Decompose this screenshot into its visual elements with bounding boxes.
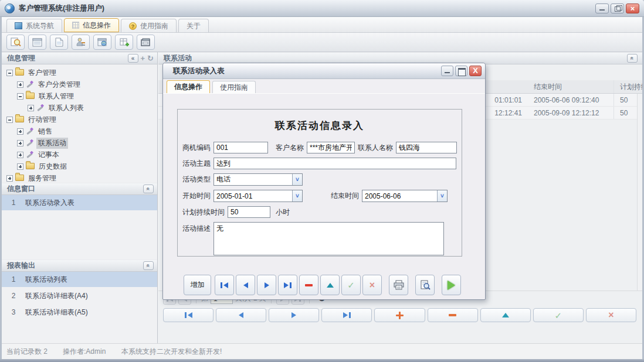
dialog-maximize-button[interactable] [455,66,467,76]
dialog-tab-user-guide[interactable]: 使用指南 [212,81,256,93]
close-button[interactable]: × [626,4,639,13]
nav-prev-button[interactable] [216,308,266,322]
nav-cancel-button[interactable]: × [586,308,636,322]
user-icon [76,37,86,47]
contact-name-input[interactable] [396,142,457,153]
refresh-icon[interactable]: ↻ [147,54,154,63]
tab-about[interactable]: 关于 [178,19,209,32]
folder-icon [26,93,35,99]
user-manage-button[interactable] [72,35,90,50]
list-item[interactable]: 1 联系活动列表 [2,272,157,288]
collapse-node-icon[interactable] [17,93,23,100]
info-window-list: 1 联系活动录入表 [2,195,157,259]
restore-button[interactable] [611,4,624,13]
window-globe-icon [97,38,107,47]
sidebar: 信息管理 « + ↻ 客户管理 客户分类管理 联系人管理 联系人列表 行动管理 … [2,52,158,343]
tool-icon [26,151,34,159]
chevron-down-icon[interactable]: ˅ [437,190,447,202]
opportunity-code-input[interactable] [213,142,268,153]
execute-button[interactable] [442,275,461,295]
expand-node-icon[interactable] [17,163,23,170]
collapse-node-icon[interactable] [6,70,13,76]
collapse-up-icon[interactable]: « [143,261,154,270]
dialog-close-button[interactable]: X [469,66,482,76]
chevron-down-icon[interactable]: ˅ [292,174,302,185]
record-confirm-button[interactable]: ✓ [341,275,361,295]
tree-item-history-data[interactable]: 历史数据 [2,160,157,172]
expand-node-icon[interactable] [17,128,23,135]
nav-next-button[interactable] [269,308,319,322]
customer-name-input[interactable] [307,142,355,153]
tool-icon [26,81,34,88]
record-first-button[interactable] [215,275,234,295]
print-preview-button[interactable] [415,275,435,295]
tree-item-contact-list[interactable]: 联系人列表 [2,102,157,114]
new-document-button[interactable] [50,35,68,50]
folder-icon [15,116,24,122]
list-item[interactable]: 3 联系活动详细表(A5) [2,305,157,321]
window-view-button[interactable] [93,35,111,50]
tree-item-action-manage[interactable]: 行动管理 [2,114,157,125]
tab-system-nav[interactable]: 系统导航 [6,19,62,32]
tree-item-notebook[interactable]: 记事本 [2,149,157,160]
dialog-minimize-button[interactable] [441,66,453,76]
expand-node-icon[interactable] [28,105,34,111]
chevron-down-icon[interactable]: ˅ [292,190,302,202]
tool-icon [26,139,34,147]
record-last-button[interactable] [278,275,297,295]
record-delete-button[interactable] [299,275,318,295]
column-planned-duration[interactable]: 计划持续时间 [614,80,642,93]
activity-subject-input[interactable] [213,158,456,169]
end-time-select[interactable]: 2005-06-06 ˅ [362,190,448,202]
record-prev-button[interactable] [236,275,255,295]
nav-add-button[interactable] [374,308,425,322]
record-cancel-button[interactable]: × [362,275,382,295]
expand-node-icon[interactable] [17,81,23,88]
form-view-button[interactable] [28,35,46,50]
column-end-time[interactable]: 结束时间 [528,80,614,93]
report-output-panel-header: 报表输出 « [2,259,157,272]
dialog-tab-info-operation[interactable]: 信息操作 [167,80,210,93]
collapse-up-icon[interactable]: « [627,54,638,63]
tree-item-customer-manage[interactable]: 客户管理 [2,67,157,78]
table-add-button[interactable] [115,35,133,50]
activity-type-select[interactable]: 电话 ˅ [213,173,303,186]
expand-node-icon[interactable] [17,152,23,158]
nav-edit-button[interactable] [480,308,531,322]
tree-item-contact-manage[interactable]: 联系人管理 [2,90,157,102]
record-count-status: 当前记录数 2 [6,347,63,357]
tree-item-sales[interactable]: 销售 [2,125,157,137]
app-logo-icon [5,4,15,13]
form-heading: 联系活动信息录入 [182,119,457,132]
close-window-button[interactable] [137,35,155,50]
record-edit-button[interactable] [320,275,340,295]
start-time-select[interactable]: 2005-01-01 ˅ [213,190,303,202]
document-icon [55,37,63,47]
tree-item-service-manage[interactable]: 服务管理 [2,172,157,184]
tree-item-contact-activity[interactable]: 联系活动 [2,137,157,149]
expand-node-icon[interactable] [17,140,23,146]
tab-info-operation[interactable]: 信息操作 [64,18,119,32]
nav-first-button[interactable] [163,308,213,322]
collapse-up-icon[interactable]: « [143,185,154,193]
print-button[interactable] [389,275,408,295]
minimize-button[interactable] [595,4,609,13]
nav-last-button[interactable] [321,308,372,322]
list-item[interactable]: 2 联系活动详细表(A4) [2,288,157,305]
planned-duration-input[interactable] [228,206,270,218]
list-item[interactable]: 1 联系活动录入表 [2,195,157,211]
search-button[interactable] [6,35,25,50]
expand-node-icon[interactable] [6,175,13,182]
plus-icon[interactable]: + [141,54,145,63]
nav-delete-button[interactable] [428,308,478,322]
tab-user-guide[interactable]: ? 使用指南 [121,19,177,32]
collapse-left-icon[interactable]: « [128,54,138,63]
collapse-node-icon[interactable] [6,117,13,123]
nav-confirm-button[interactable]: ✓ [533,308,584,322]
activity-description-textarea[interactable]: 无 [213,222,444,255]
dialog-footer-toolbar: 增加 ✓ × [184,275,461,295]
add-button[interactable]: 增加 [184,275,211,295]
tree-item-customer-category[interactable]: 客户分类管理 [2,78,157,90]
help-circle-icon: ? [129,22,137,30]
record-next-button[interactable] [257,275,276,295]
